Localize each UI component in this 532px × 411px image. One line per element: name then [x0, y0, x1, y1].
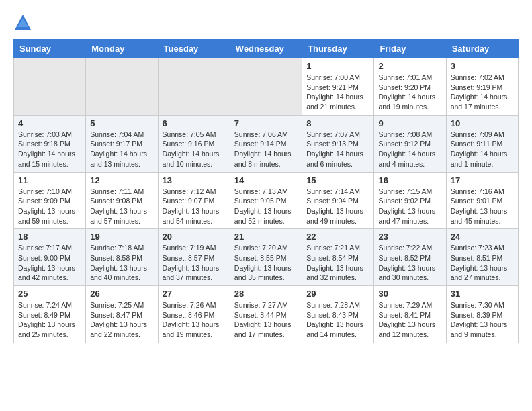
- day-info: Sunrise: 7:24 AMSunset: 8:49 PMDaylight:…: [18, 300, 81, 340]
- day-number: 9: [378, 118, 441, 128]
- day-info: Sunrise: 7:20 AMSunset: 8:55 PMDaylight:…: [234, 243, 298, 283]
- day-info: Sunrise: 7:03 AMSunset: 9:18 PMDaylight:…: [18, 130, 81, 169]
- day-number: 26: [90, 289, 153, 299]
- header-cell-saturday: Saturday: [446, 40, 518, 58]
- day-info: Sunrise: 7:29 AMSunset: 8:41 PMDaylight:…: [378, 300, 441, 340]
- day-number: 28: [234, 289, 298, 299]
- day-info: Sunrise: 7:30 AMSunset: 8:39 PMDaylight:…: [451, 300, 514, 340]
- day-cell: 11Sunrise: 7:10 AMSunset: 9:09 PMDayligh…: [14, 172, 86, 229]
- day-cell: [86, 58, 158, 116]
- day-info: Sunrise: 7:09 AMSunset: 9:11 PMDaylight:…: [451, 130, 514, 169]
- day-cell: 6Sunrise: 7:05 AMSunset: 9:16 PMDaylight…: [158, 115, 230, 172]
- header: [13, 13, 519, 32]
- day-cell: [14, 58, 86, 116]
- day-number: 22: [306, 232, 369, 242]
- day-info: Sunrise: 7:04 AMSunset: 9:17 PMDaylight:…: [90, 130, 153, 169]
- day-cell: 21Sunrise: 7:20 AMSunset: 8:55 PMDayligh…: [230, 229, 302, 286]
- day-number: 2: [378, 61, 441, 71]
- day-info: Sunrise: 7:10 AMSunset: 9:09 PMDaylight:…: [18, 187, 81, 226]
- day-info: Sunrise: 7:28 AMSunset: 8:43 PMDaylight:…: [306, 300, 369, 340]
- day-info: Sunrise: 7:22 AMSunset: 8:52 PMDaylight:…: [378, 243, 441, 283]
- header-cell-sunday: Sunday: [14, 40, 86, 58]
- week-row-2: 4Sunrise: 7:03 AMSunset: 9:18 PMDaylight…: [14, 115, 519, 172]
- day-info: Sunrise: 7:08 AMSunset: 9:12 PMDaylight:…: [378, 130, 441, 169]
- day-number: 12: [90, 175, 153, 185]
- day-number: 31: [451, 289, 514, 299]
- day-info: Sunrise: 7:21 AMSunset: 8:54 PMDaylight:…: [306, 243, 369, 283]
- day-info: Sunrise: 7:19 AMSunset: 8:57 PMDaylight:…: [163, 243, 226, 283]
- logo-icon: [13, 13, 32, 32]
- day-number: 13: [163, 175, 226, 185]
- day-cell: 1Sunrise: 7:00 AMSunset: 9:21 PMDaylight…: [302, 58, 374, 116]
- week-row-3: 11Sunrise: 7:10 AMSunset: 9:09 PMDayligh…: [14, 172, 519, 229]
- day-number: 25: [18, 289, 81, 299]
- day-cell: 5Sunrise: 7:04 AMSunset: 9:17 PMDaylight…: [86, 115, 158, 172]
- day-cell: 4Sunrise: 7:03 AMSunset: 9:18 PMDaylight…: [14, 115, 86, 172]
- day-cell: [158, 58, 230, 116]
- day-number: 15: [306, 175, 369, 185]
- day-number: 27: [163, 289, 226, 299]
- calendar-table: SundayMondayTuesdayWednesdayThursdayFrid…: [13, 39, 519, 343]
- day-cell: 10Sunrise: 7:09 AMSunset: 9:11 PMDayligh…: [446, 115, 518, 172]
- day-cell: 18Sunrise: 7:17 AMSunset: 9:00 PMDayligh…: [14, 229, 86, 286]
- day-cell: 27Sunrise: 7:26 AMSunset: 8:46 PMDayligh…: [158, 286, 230, 343]
- day-number: 18: [18, 232, 81, 242]
- day-info: Sunrise: 7:25 AMSunset: 8:47 PMDaylight:…: [90, 300, 153, 340]
- logo: [13, 13, 35, 32]
- day-info: Sunrise: 7:14 AMSunset: 9:04 PMDaylight:…: [306, 187, 369, 226]
- day-info: Sunrise: 7:05 AMSunset: 9:16 PMDaylight:…: [163, 130, 226, 169]
- day-cell: 19Sunrise: 7:18 AMSunset: 8:58 PMDayligh…: [86, 229, 158, 286]
- day-info: Sunrise: 7:18 AMSunset: 8:58 PMDaylight:…: [90, 243, 153, 283]
- day-number: 7: [234, 118, 298, 128]
- day-cell: 7Sunrise: 7:06 AMSunset: 9:14 PMDaylight…: [230, 115, 302, 172]
- day-info: Sunrise: 7:11 AMSunset: 9:08 PMDaylight:…: [90, 187, 153, 226]
- day-info: Sunrise: 7:02 AMSunset: 9:19 PMDaylight:…: [451, 73, 514, 112]
- day-number: 3: [451, 61, 514, 71]
- day-info: Sunrise: 7:01 AMSunset: 9:20 PMDaylight:…: [378, 73, 441, 112]
- day-cell: 28Sunrise: 7:27 AMSunset: 8:44 PMDayligh…: [230, 286, 302, 343]
- day-cell: 12Sunrise: 7:11 AMSunset: 9:08 PMDayligh…: [86, 172, 158, 229]
- day-info: Sunrise: 7:06 AMSunset: 9:14 PMDaylight:…: [234, 130, 298, 169]
- day-cell: 17Sunrise: 7:16 AMSunset: 9:01 PMDayligh…: [446, 172, 518, 229]
- day-cell: 2Sunrise: 7:01 AMSunset: 9:20 PMDaylight…: [374, 58, 446, 116]
- day-cell: 31Sunrise: 7:30 AMSunset: 8:39 PMDayligh…: [446, 286, 518, 343]
- day-number: 14: [234, 175, 298, 185]
- day-number: 8: [306, 118, 369, 128]
- day-cell: [230, 58, 302, 116]
- day-cell: 22Sunrise: 7:21 AMSunset: 8:54 PMDayligh…: [302, 229, 374, 286]
- header-cell-tuesday: Tuesday: [158, 40, 230, 58]
- day-info: Sunrise: 7:17 AMSunset: 9:00 PMDaylight:…: [18, 243, 81, 283]
- day-number: 4: [18, 118, 81, 128]
- header-row: SundayMondayTuesdayWednesdayThursdayFrid…: [14, 40, 519, 58]
- day-info: Sunrise: 7:00 AMSunset: 9:21 PMDaylight:…: [306, 73, 369, 112]
- day-number: 23: [378, 232, 441, 242]
- day-cell: 8Sunrise: 7:07 AMSunset: 9:13 PMDaylight…: [302, 115, 374, 172]
- week-row-1: 1Sunrise: 7:00 AMSunset: 9:21 PMDaylight…: [14, 58, 519, 116]
- day-cell: 15Sunrise: 7:14 AMSunset: 9:04 PMDayligh…: [302, 172, 374, 229]
- day-info: Sunrise: 7:15 AMSunset: 9:02 PMDaylight:…: [378, 187, 441, 226]
- day-cell: 29Sunrise: 7:28 AMSunset: 8:43 PMDayligh…: [302, 286, 374, 343]
- day-cell: 14Sunrise: 7:13 AMSunset: 9:05 PMDayligh…: [230, 172, 302, 229]
- day-number: 30: [378, 289, 441, 299]
- day-number: 6: [163, 118, 226, 128]
- day-info: Sunrise: 7:23 AMSunset: 8:51 PMDaylight:…: [451, 243, 514, 283]
- day-cell: 24Sunrise: 7:23 AMSunset: 8:51 PMDayligh…: [446, 229, 518, 286]
- day-number: 29: [306, 289, 369, 299]
- day-number: 20: [163, 232, 226, 242]
- header-cell-wednesday: Wednesday: [230, 40, 302, 58]
- day-number: 21: [234, 232, 298, 242]
- day-cell: 3Sunrise: 7:02 AMSunset: 9:19 PMDaylight…: [446, 58, 518, 116]
- week-row-4: 18Sunrise: 7:17 AMSunset: 9:00 PMDayligh…: [14, 229, 519, 286]
- day-number: 10: [451, 118, 514, 128]
- day-cell: 26Sunrise: 7:25 AMSunset: 8:47 PMDayligh…: [86, 286, 158, 343]
- week-row-5: 25Sunrise: 7:24 AMSunset: 8:49 PMDayligh…: [14, 286, 519, 343]
- day-info: Sunrise: 7:26 AMSunset: 8:46 PMDaylight:…: [163, 300, 226, 340]
- day-cell: 23Sunrise: 7:22 AMSunset: 8:52 PMDayligh…: [374, 229, 446, 286]
- day-info: Sunrise: 7:13 AMSunset: 9:05 PMDaylight:…: [234, 187, 298, 226]
- day-number: 1: [306, 61, 369, 71]
- day-cell: 20Sunrise: 7:19 AMSunset: 8:57 PMDayligh…: [158, 229, 230, 286]
- day-number: 16: [378, 175, 441, 185]
- day-number: 11: [18, 175, 81, 185]
- day-info: Sunrise: 7:07 AMSunset: 9:13 PMDaylight:…: [306, 130, 369, 169]
- day-cell: 16Sunrise: 7:15 AMSunset: 9:02 PMDayligh…: [374, 172, 446, 229]
